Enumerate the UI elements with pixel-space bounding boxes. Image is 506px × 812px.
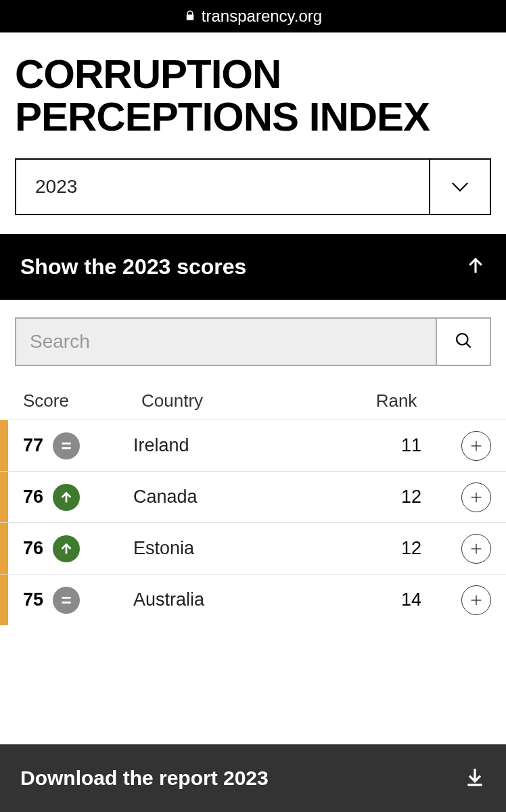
trend-same-icon: =: [53, 587, 80, 614]
expand-button[interactable]: [461, 482, 491, 512]
score-value: 75: [23, 589, 43, 610]
rank-value: 12: [364, 487, 459, 508]
year-select[interactable]: 2023: [15, 158, 491, 215]
header-score[interactable]: Score: [23, 390, 141, 411]
trend-same-icon: =: [53, 432, 80, 459]
year-select-value: 2023: [16, 160, 429, 214]
scores-toggle[interactable]: Show the 2023 scores: [0, 234, 506, 300]
score-value: 77: [23, 435, 43, 456]
table-body: 77=Ireland1176Canada1276Estonia1275=Aust…: [0, 420, 506, 625]
expand-button[interactable]: [461, 534, 491, 564]
expand-button[interactable]: [461, 431, 491, 461]
country-name: Australia: [133, 589, 364, 610]
trend-up-icon: [53, 484, 80, 511]
expand-button[interactable]: [461, 585, 491, 615]
search-input[interactable]: [16, 319, 436, 365]
trend-up-icon: [53, 535, 80, 562]
download-label: Download the report 2023: [20, 767, 269, 790]
url-text: transparency.org: [202, 7, 322, 26]
country-name: Canada: [133, 487, 364, 508]
header-country[interactable]: Country: [141, 390, 349, 411]
search-button[interactable]: [436, 319, 490, 365]
table-row: 77=Ireland11: [0, 420, 506, 471]
search-row: [15, 317, 491, 366]
table-header: Score Country Rank: [15, 382, 491, 420]
scores-toggle-label: Show the 2023 scores: [20, 254, 246, 279]
rank-value: 12: [364, 538, 459, 559]
svg-line-2: [466, 343, 470, 347]
arrow-up-icon: [465, 256, 486, 279]
download-icon: [464, 766, 486, 790]
page-title: CORRUPTION PERCEPTIONS INDEX: [15, 53, 491, 138]
download-report-button[interactable]: Download the report 2023: [0, 744, 506, 812]
chevron-down-icon: [429, 160, 490, 214]
score-value: 76: [23, 538, 43, 559]
rank-value: 11: [364, 435, 459, 456]
lock-icon: [184, 7, 196, 26]
browser-url-bar: transparency.org: [0, 0, 506, 32]
svg-point-1: [457, 334, 467, 344]
rank-value: 14: [364, 589, 459, 610]
header-rank[interactable]: Rank: [349, 390, 444, 411]
table-row: 75=Australia14: [0, 574, 506, 625]
country-name: Ireland: [133, 435, 364, 456]
table-row: 76Canada12: [0, 471, 506, 522]
table-row: 76Estonia12: [0, 522, 506, 574]
country-name: Estonia: [133, 538, 364, 559]
score-value: 76: [23, 487, 43, 508]
search-icon: [454, 331, 473, 353]
